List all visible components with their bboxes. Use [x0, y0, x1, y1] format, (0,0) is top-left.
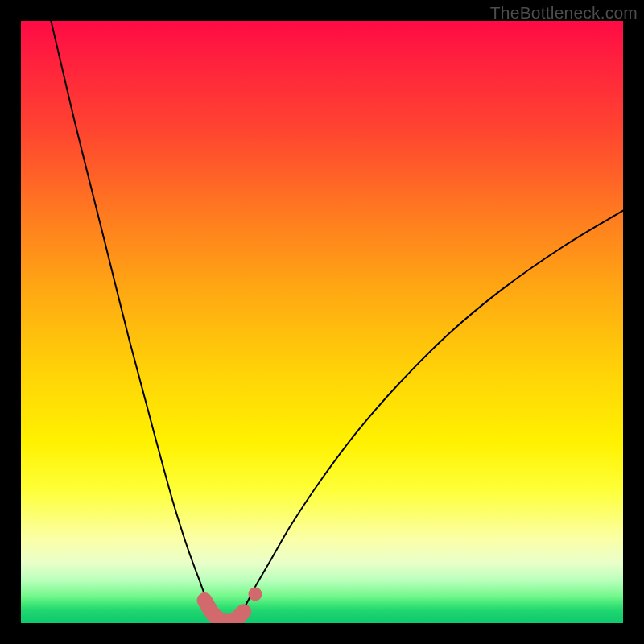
optimal-band-end-dot: [248, 588, 262, 601]
curve-left-branch: [51, 21, 222, 622]
optimal-band-markers: [248, 588, 262, 601]
bottleneck-curve-svg: [21, 21, 623, 623]
chart-plot-area: [21, 21, 623, 623]
optimal-band-stroke: [204, 601, 244, 622]
curve-right-branch: [232, 211, 623, 622]
watermark-text: TheBottleneck.com: [490, 3, 638, 23]
